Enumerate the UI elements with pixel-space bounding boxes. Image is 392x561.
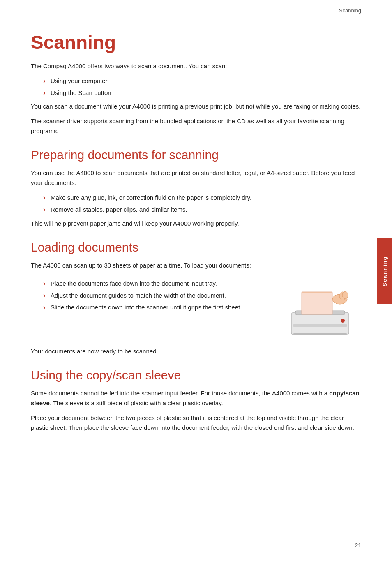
svg-rect-7 — [293, 324, 347, 327]
intro-list-item: Using your computer — [43, 76, 361, 85]
scanner-illustration — [279, 279, 361, 346]
para1: You can scan a document while your A4000… — [31, 102, 361, 111]
svg-rect-3 — [302, 292, 332, 293]
list-item: Remove all staples, paper clips, and sim… — [43, 205, 361, 214]
preparing-body: You can use the A4000 to scan documents … — [31, 168, 361, 188]
preparing-after: This will help prevent paper jams and wi… — [31, 219, 361, 229]
loading-body: The A4000 can scan up to 30 sheets of pa… — [31, 261, 361, 270]
page-header-label: Scanning — [339, 7, 361, 14]
para2: The scanner driver supports scanning fro… — [31, 116, 361, 136]
sleeve-body1: Some documents cannot be fed into the sc… — [31, 388, 361, 408]
list-item: Slide the documents down into the scanne… — [43, 302, 271, 312]
svg-rect-9 — [293, 333, 347, 335]
list-item: Adjust the document guides to match the … — [43, 291, 271, 300]
intro-list: Using your computer Using the Scan butto… — [43, 76, 361, 98]
page-number: 21 — [355, 542, 361, 549]
loading-text-col: Place the documents face down into the d… — [31, 275, 271, 316]
sleeve-body1-text: Some documents cannot be fed into the sc… — [31, 390, 329, 397]
list-item: Place the documents face down into the d… — [43, 279, 271, 288]
sleeve-body1-end: . The sleeve is a stiff piece of plastic… — [50, 399, 223, 406]
main-title: Scanning — [31, 32, 361, 53]
section-heading-preparing: Preparing documents for scanning — [31, 148, 361, 162]
preparing-list: Make sure any glue, ink, or correction f… — [43, 193, 361, 215]
svg-point-8 — [341, 319, 345, 323]
loading-after: Your documents are now ready to be scann… — [31, 346, 361, 356]
page-container: Scanning Scanning Scanning The Compaq A4… — [0, 0, 392, 561]
side-tab: Scanning — [377, 238, 392, 304]
section-heading-sleeve: Using the copy/scan sleeve — [31, 368, 361, 383]
svg-rect-0 — [291, 312, 349, 335]
list-item: Make sure any glue, ink, or correction f… — [43, 193, 361, 202]
loading-list: Place the documents face down into the d… — [43, 279, 271, 312]
intro-text: The Compaq A4000 offers two ways to scan… — [31, 61, 361, 71]
sleeve-body2: Place your document between the two piec… — [31, 413, 361, 433]
loading-content: Place the documents face down into the d… — [31, 275, 361, 346]
svg-rect-2 — [302, 292, 332, 314]
section-heading-loading: Loading documents — [31, 240, 361, 255]
svg-point-6 — [342, 291, 348, 299]
intro-list-item: Using the Scan button — [43, 88, 361, 97]
